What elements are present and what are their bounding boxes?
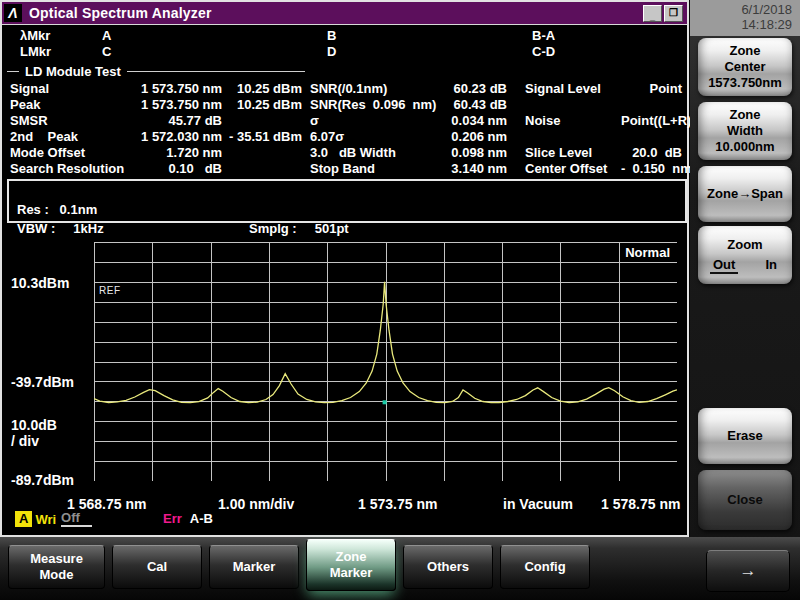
tab-zone-marker[interactable]: Zone Marker <box>306 539 396 591</box>
param-label: Center Offset <box>525 161 621 177</box>
param-label: Slice Level <box>525 145 621 161</box>
param-value <box>222 161 302 177</box>
zone-marker-dot <box>383 400 387 404</box>
trace-status-row: A Wri Off Err A-B <box>2 511 687 529</box>
param-value: - 0.150 nm <box>621 161 697 177</box>
marker-a-label: A <box>102 28 327 44</box>
y-axis-scale-unit: / div <box>11 433 39 449</box>
tab-label: Cal <box>113 559 201 575</box>
zone-to-span-button[interactable]: Zone→Span <box>698 166 792 222</box>
restore-icon[interactable]: ❐ <box>664 5 683 22</box>
param-label: Signal Level <box>525 81 621 97</box>
acquisition-row: VBW : 1kHz Sm : Off Intvl : Off <box>9 200 685 219</box>
x-axis-scale-label: 1.00 nm/div <box>218 496 294 512</box>
param-value: 0.206 nm <box>442 129 507 145</box>
tab-label: Mode <box>9 567 104 583</box>
button-label: Erase <box>698 428 792 444</box>
param-value <box>621 129 687 145</box>
param-label: SNR(Res 0.096 nm) <box>310 97 442 113</box>
trace-write-mode: Wri <box>35 512 56 527</box>
tab-marker[interactable]: Marker <box>209 545 299 589</box>
window-title: Optical Spectrum Analyzer <box>29 5 212 21</box>
tab-cal[interactable]: Cal <box>112 545 202 589</box>
function-tab-bar: Measure Mode Cal Marker Zone Marker Othe… <box>0 537 800 600</box>
zone-width-button[interactable]: Zone Width 10.000nm <box>698 102 792 160</box>
tab-config[interactable]: Config <box>500 545 590 589</box>
param-value: 0.034 nm <box>442 113 507 129</box>
param-value: - 35.51 dBm <box>222 129 302 145</box>
zoom-out-option[interactable]: Out <box>710 257 738 274</box>
button-label: Width <box>698 123 792 139</box>
param-value: 1 572.030 nm <box>125 129 222 145</box>
x-axis-center-label: 1 573.75 nm <box>358 496 437 512</box>
param-value: 60.43 dB <box>442 97 507 113</box>
y-axis-bottom-label: -89.7dBm <box>11 472 74 488</box>
tab-label: Marker <box>210 559 298 575</box>
button-label: Zoom <box>698 237 792 253</box>
tab-measure-mode[interactable]: Measure Mode <box>8 545 105 589</box>
param-value: 10.25 dBm <box>222 97 302 113</box>
measurement-row: SMSR 45.77 dB σ 0.034 nm Noise Point((L+… <box>2 113 687 129</box>
close-button[interactable]: Close <box>698 470 792 530</box>
param-label: SNR(/0.1nm) <box>310 81 442 97</box>
button-label: Close <box>698 492 792 508</box>
button-label: Zone <box>698 107 792 123</box>
erase-button[interactable]: Erase <box>698 408 792 464</box>
minimize-icon[interactable]: _ <box>643 5 662 22</box>
marker-row-label: LMkr <box>20 44 102 60</box>
trace-off-state: Off <box>61 511 92 527</box>
zoom-in-option[interactable]: In <box>762 257 780 274</box>
tab-label: Others <box>404 559 492 575</box>
param-label: Peak <box>10 97 125 113</box>
param-value: 45.77 dB <box>125 113 222 129</box>
param-value: 0.10 dB <box>125 161 222 177</box>
osa-screen: Λ Optical Spectrum Analyzer _ ❐ λMkr A B… <box>0 0 800 600</box>
param-value <box>222 145 302 161</box>
tab-label: Marker <box>307 565 395 581</box>
title-bar: Λ Optical Spectrum Analyzer _ ❐ <box>2 2 687 25</box>
param-label: Signal <box>10 81 125 97</box>
marker-readout: λMkr A B B-A LMkr C D C-D <box>2 28 687 60</box>
spectrum-chart-area: 10.3dBm -39.7dBm 10.0dB / div -89.7dBm R… <box>2 222 687 535</box>
param-value: 1 573.750 nm <box>125 97 222 113</box>
x-axis-stop-label: 1 578.75 nm <box>601 496 680 512</box>
param-label <box>525 129 621 145</box>
tab-label: Measure <box>9 551 104 567</box>
wavelength-marker-row: λMkr A B B-A <box>2 28 687 44</box>
measurement-results: Signal 1 573.750 nm 10.25 dBm SNR(/0.1nm… <box>2 81 687 177</box>
tab-others[interactable]: Others <box>403 545 493 589</box>
zoom-button[interactable]: Zoom Out In <box>698 226 792 284</box>
button-label: Center <box>698 59 792 75</box>
more-tabs-arrow-button[interactable]: → <box>706 550 790 592</box>
zone-center-button[interactable]: Zone Center 1573.750nm <box>698 38 792 96</box>
error-label: Err <box>163 511 182 526</box>
zoom-options: Out In <box>698 257 792 274</box>
button-label: Zone <box>698 43 792 59</box>
softkey-panel: Zone Center 1573.750nm Zone Width 10.000… <box>690 36 800 545</box>
param-value: 1.720 nm <box>125 145 222 161</box>
param-value: 3.140 nm <box>442 161 507 177</box>
y-axis-ref-label: 10.3dBm <box>11 275 69 291</box>
active-trace-status: A Wri Off <box>15 511 92 527</box>
date-text: 6/1/2018 <box>690 2 800 17</box>
marker-c-label: C <box>102 44 327 60</box>
right-arrow-icon: → <box>740 561 757 581</box>
analysis-section-header: LD Module Test <box>2 63 687 79</box>
x-axis-medium-label: in Vacuum <box>503 496 573 512</box>
error-value: A-B <box>190 511 213 526</box>
button-value: 1573.750nm <box>698 75 792 91</box>
y-axis-scale-label: 10.0dB <box>11 417 57 433</box>
osa-window: Λ Optical Spectrum Analyzer _ ❐ λMkr A B… <box>0 0 689 537</box>
param-label: Search Resolution <box>10 161 125 177</box>
param-label: Mode Offset <box>10 145 125 161</box>
measurement-row: Search Resolution 0.10 dB Stop Band 3.14… <box>2 161 687 177</box>
param-label: 2nd Peak <box>10 129 125 145</box>
analysis-title: LD Module Test <box>19 64 127 79</box>
param-value <box>222 113 302 129</box>
param-value <box>621 97 687 113</box>
spectrum-plot[interactable]: REF Normal <box>94 242 677 481</box>
measurement-row: 2nd Peak 1 572.030 nm - 35.51 dBm 6.07σ … <box>2 129 687 145</box>
measurement-row: Peak 1 573.750 nm 10.25 dBm SNR(Res 0.09… <box>2 97 687 113</box>
tab-label: Config <box>501 559 589 575</box>
spectrum-svg <box>94 242 677 481</box>
